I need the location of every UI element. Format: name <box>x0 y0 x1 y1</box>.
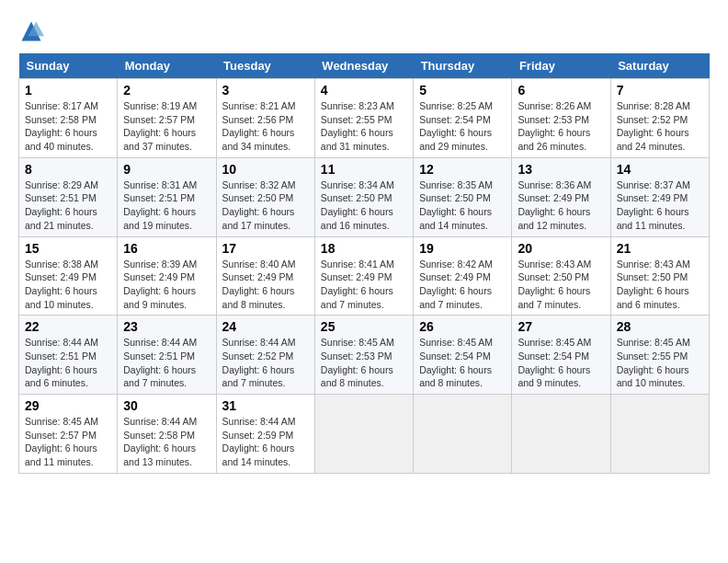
day-number: 19 <box>419 241 506 256</box>
day-info: Sunrise: 8:43 AM Sunset: 2:50 PM Dayligh… <box>617 258 703 312</box>
day-number: 5 <box>419 83 506 98</box>
header-cell-friday: Friday <box>512 53 610 79</box>
day-number: 8 <box>25 162 111 177</box>
week-row-5: 29Sunrise: 8:45 AM Sunset: 2:57 PM Dayli… <box>19 395 710 474</box>
day-info: Sunrise: 8:45 AM Sunset: 2:55 PM Dayligh… <box>617 336 703 390</box>
day-cell: 24Sunrise: 8:44 AM Sunset: 2:52 PM Dayli… <box>216 316 314 395</box>
day-info: Sunrise: 8:44 AM Sunset: 2:58 PM Dayligh… <box>123 415 210 469</box>
day-cell: 31Sunrise: 8:44 AM Sunset: 2:59 PM Dayli… <box>216 395 314 474</box>
header-cell-saturday: Saturday <box>610 53 709 79</box>
day-cell: 23Sunrise: 8:44 AM Sunset: 2:51 PM Dayli… <box>118 316 216 395</box>
day-cell: 30Sunrise: 8:44 AM Sunset: 2:58 PM Dayli… <box>118 395 216 474</box>
day-info: Sunrise: 8:19 AM Sunset: 2:57 PM Dayligh… <box>123 99 210 154</box>
day-cell: 18Sunrise: 8:41 AM Sunset: 2:49 PM Dayli… <box>314 236 413 316</box>
day-cell: 28Sunrise: 8:45 AM Sunset: 2:55 PM Dayli… <box>610 316 709 395</box>
day-info: Sunrise: 8:36 AM Sunset: 2:49 PM Dayligh… <box>518 178 604 233</box>
day-cell: 14Sunrise: 8:37 AM Sunset: 2:49 PM Dayli… <box>610 157 709 236</box>
day-cell: 13Sunrise: 8:36 AM Sunset: 2:49 PM Dayli… <box>512 157 610 236</box>
day-cell: 12Sunrise: 8:35 AM Sunset: 2:50 PM Dayli… <box>414 157 512 236</box>
day-info: Sunrise: 8:29 AM Sunset: 2:51 PM Dayligh… <box>25 178 111 233</box>
day-info: Sunrise: 8:44 AM Sunset: 2:59 PM Dayligh… <box>222 415 309 469</box>
week-row-4: 22Sunrise: 8:44 AM Sunset: 2:51 PM Dayli… <box>19 316 710 395</box>
header-cell-monday: Monday <box>118 53 216 79</box>
day-cell: 22Sunrise: 8:44 AM Sunset: 2:51 PM Dayli… <box>19 316 118 395</box>
header-cell-sunday: Sunday <box>19 53 118 79</box>
day-info: Sunrise: 8:31 AM Sunset: 2:51 PM Dayligh… <box>123 178 210 233</box>
calendar-header: SundayMondayTuesdayWednesdayThursdayFrid… <box>19 53 710 79</box>
day-cell: 1Sunrise: 8:17 AM Sunset: 2:58 PM Daylig… <box>19 79 118 158</box>
day-number: 29 <box>25 398 111 413</box>
day-cell: 11Sunrise: 8:34 AM Sunset: 2:50 PM Dayli… <box>314 157 413 236</box>
day-info: Sunrise: 8:25 AM Sunset: 2:54 PM Dayligh… <box>419 99 506 154</box>
day-info: Sunrise: 8:44 AM Sunset: 2:51 PM Dayligh… <box>25 336 111 390</box>
day-number: 14 <box>617 162 703 177</box>
day-number: 17 <box>222 241 309 256</box>
day-cell: 20Sunrise: 8:43 AM Sunset: 2:50 PM Dayli… <box>512 236 610 316</box>
day-info: Sunrise: 8:28 AM Sunset: 2:52 PM Dayligh… <box>617 99 703 154</box>
day-number: 3 <box>222 83 309 98</box>
day-cell: 2Sunrise: 8:19 AM Sunset: 2:57 PM Daylig… <box>118 79 216 158</box>
day-info: Sunrise: 8:43 AM Sunset: 2:50 PM Dayligh… <box>518 258 604 312</box>
day-info: Sunrise: 8:21 AM Sunset: 2:56 PM Dayligh… <box>222 99 309 154</box>
day-cell: 3Sunrise: 8:21 AM Sunset: 2:56 PM Daylig… <box>216 79 314 158</box>
day-number: 28 <box>617 319 703 334</box>
week-row-2: 8Sunrise: 8:29 AM Sunset: 2:51 PM Daylig… <box>19 157 710 236</box>
day-number: 18 <box>321 241 407 256</box>
day-cell: 15Sunrise: 8:38 AM Sunset: 2:49 PM Dayli… <box>19 236 118 316</box>
day-cell: 26Sunrise: 8:45 AM Sunset: 2:54 PM Dayli… <box>414 316 512 395</box>
day-number: 15 <box>25 241 111 256</box>
day-number: 11 <box>321 162 407 177</box>
day-info: Sunrise: 8:45 AM Sunset: 2:54 PM Dayligh… <box>518 336 604 390</box>
day-number: 13 <box>518 162 604 177</box>
day-cell: 16Sunrise: 8:39 AM Sunset: 2:49 PM Dayli… <box>118 236 216 316</box>
header-row: SundayMondayTuesdayWednesdayThursdayFrid… <box>19 53 710 79</box>
day-cell <box>610 395 709 474</box>
day-info: Sunrise: 8:23 AM Sunset: 2:55 PM Dayligh… <box>321 99 407 154</box>
header-cell-wednesday: Wednesday <box>314 53 413 79</box>
day-cell: 21Sunrise: 8:43 AM Sunset: 2:50 PM Dayli… <box>610 236 709 316</box>
day-number: 24 <box>222 319 309 334</box>
day-info: Sunrise: 8:40 AM Sunset: 2:49 PM Dayligh… <box>222 258 309 312</box>
day-number: 6 <box>518 83 604 98</box>
day-cell: 17Sunrise: 8:40 AM Sunset: 2:49 PM Dayli… <box>216 236 314 316</box>
day-cell: 25Sunrise: 8:45 AM Sunset: 2:53 PM Dayli… <box>314 316 413 395</box>
day-number: 22 <box>25 319 111 334</box>
day-info: Sunrise: 8:45 AM Sunset: 2:54 PM Dayligh… <box>419 336 506 390</box>
logo <box>18 18 48 44</box>
day-cell <box>314 395 413 474</box>
day-cell: 10Sunrise: 8:32 AM Sunset: 2:50 PM Dayli… <box>216 157 314 236</box>
day-info: Sunrise: 8:34 AM Sunset: 2:50 PM Dayligh… <box>321 178 407 233</box>
day-cell: 7Sunrise: 8:28 AM Sunset: 2:52 PM Daylig… <box>610 79 709 158</box>
calendar-body: 1Sunrise: 8:17 AM Sunset: 2:58 PM Daylig… <box>19 79 710 474</box>
day-cell: 27Sunrise: 8:45 AM Sunset: 2:54 PM Dayli… <box>512 316 610 395</box>
day-cell: 8Sunrise: 8:29 AM Sunset: 2:51 PM Daylig… <box>19 157 118 236</box>
calendar-table: SundayMondayTuesdayWednesdayThursdayFrid… <box>18 53 710 474</box>
day-cell: 9Sunrise: 8:31 AM Sunset: 2:51 PM Daylig… <box>118 157 216 236</box>
logo-icon <box>18 18 44 44</box>
day-info: Sunrise: 8:39 AM Sunset: 2:49 PM Dayligh… <box>123 258 210 312</box>
day-number: 20 <box>518 241 604 256</box>
day-cell: 4Sunrise: 8:23 AM Sunset: 2:55 PM Daylig… <box>314 79 413 158</box>
day-cell: 5Sunrise: 8:25 AM Sunset: 2:54 PM Daylig… <box>414 79 512 158</box>
day-cell: 29Sunrise: 8:45 AM Sunset: 2:57 PM Dayli… <box>19 395 118 474</box>
day-info: Sunrise: 8:17 AM Sunset: 2:58 PM Dayligh… <box>25 99 111 154</box>
day-info: Sunrise: 8:44 AM Sunset: 2:51 PM Dayligh… <box>123 336 210 390</box>
day-number: 27 <box>518 319 604 334</box>
day-number: 30 <box>123 398 210 413</box>
day-info: Sunrise: 8:37 AM Sunset: 2:49 PM Dayligh… <box>617 178 703 233</box>
day-info: Sunrise: 8:45 AM Sunset: 2:57 PM Dayligh… <box>25 415 111 469</box>
day-info: Sunrise: 8:32 AM Sunset: 2:50 PM Dayligh… <box>222 178 309 233</box>
page-header <box>18 18 710 44</box>
day-number: 7 <box>617 83 703 98</box>
day-cell <box>512 395 610 474</box>
day-number: 2 <box>123 83 210 98</box>
day-info: Sunrise: 8:26 AM Sunset: 2:53 PM Dayligh… <box>518 99 604 154</box>
day-info: Sunrise: 8:41 AM Sunset: 2:49 PM Dayligh… <box>321 258 407 312</box>
header-cell-tuesday: Tuesday <box>216 53 314 79</box>
day-number: 10 <box>222 162 309 177</box>
header-cell-thursday: Thursday <box>414 53 512 79</box>
day-number: 21 <box>617 241 703 256</box>
day-cell: 19Sunrise: 8:42 AM Sunset: 2:49 PM Dayli… <box>414 236 512 316</box>
day-info: Sunrise: 8:44 AM Sunset: 2:52 PM Dayligh… <box>222 336 309 390</box>
day-cell <box>414 395 512 474</box>
